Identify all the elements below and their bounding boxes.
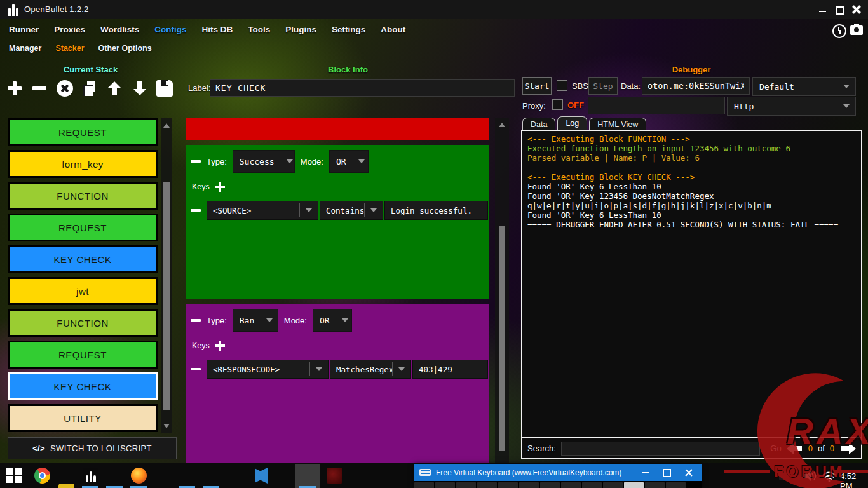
stack-block-request[interactable]: REQUEST [8, 214, 158, 241]
wifi-icon[interactable] [822, 471, 836, 482]
speaker-icon[interactable] [804, 470, 818, 482]
clock-time[interactable]: 4:52 PM [840, 471, 868, 488]
key-handle-icon[interactable] [191, 368, 201, 370]
menu-hitsdb[interactable]: Hits DB [202, 25, 233, 34]
keychain-failure[interactable] [186, 118, 489, 140]
block-info-scrollbar-thumb[interactable] [499, 226, 505, 451]
search-go-button[interactable]: Go [770, 444, 781, 453]
stack-block-utility[interactable]: UTILITY [8, 404, 158, 432]
menu-runner[interactable]: Runner [9, 25, 39, 34]
sbs-checkbox[interactable] [557, 80, 567, 91]
key-source-dropdown[interactable]: <RESPONSECODE> [207, 360, 329, 379]
key-term-field[interactable]: 403|429 [412, 360, 488, 379]
keychain-handle-icon[interactable] [191, 160, 201, 163]
stack-block-keycheck[interactable]: KEY CHECK [8, 245, 158, 273]
keychain-mode-value: OR [330, 157, 353, 166]
proxy-type-dropdown[interactable]: Http [727, 97, 856, 116]
stack-block-form-key[interactable]: form_key [8, 150, 158, 178]
dropdown-arrow-icon [370, 208, 377, 212]
log-line: <--- Executing Block FUNCTION ---> [527, 134, 856, 144]
scroll-up-icon[interactable] [163, 123, 170, 128]
key-handle-icon[interactable] [191, 209, 201, 212]
menu-configs[interactable]: Configs [154, 25, 186, 34]
stack-block-function[interactable]: FUNCTION [8, 182, 158, 210]
menu-plugins[interactable]: Plugins [285, 25, 316, 34]
scroll-down-icon[interactable] [163, 424, 170, 428]
next-match-icon[interactable] [839, 443, 856, 454]
add-key-icon[interactable] [215, 182, 225, 192]
stack-block-jwt[interactable]: jwt [8, 277, 158, 305]
minimize-button[interactable] [818, 5, 827, 14]
debugger-log[interactable]: <--- Executing Block FUNCTION ---> Execu… [522, 131, 861, 437]
tray-dim-icon[interactable] [779, 471, 789, 480]
keychain-handle-icon[interactable] [191, 319, 201, 322]
key-comparer-dropdown[interactable]: Contains [320, 201, 383, 220]
menu-wordlists[interactable]: Wordlists [100, 25, 139, 34]
keychain-mode-dropdown[interactable]: OR [313, 309, 352, 332]
proxy-input[interactable] [588, 97, 725, 114]
chrome-icon[interactable] [34, 468, 50, 484]
block-info-scrollbar[interactable] [495, 118, 509, 464]
free-virtual-keyboard-window: Free Virtual Keyboard (www.FreeVirtualKe… [414, 464, 702, 488]
menu-proxies[interactable]: Proxies [54, 25, 85, 34]
start-button[interactable]: Start [522, 77, 552, 95]
crax-game-icon[interactable] [327, 468, 342, 484]
maximize-button[interactable] [835, 5, 844, 14]
step-button[interactable]: Step [588, 77, 618, 95]
submenu-manager[interactable]: Manager [9, 44, 41, 53]
key-comparer-dropdown[interactable]: MatchesRegex [330, 360, 411, 379]
fvk-titlebar[interactable]: Free Virtual Keyboard (www.FreeVirtualKe… [414, 464, 702, 481]
keychain-mode-dropdown[interactable]: OR [329, 150, 369, 173]
stack-block-request[interactable]: REQUEST [8, 118, 158, 146]
data-caption: Data: [621, 81, 641, 91]
stack-block-request[interactable]: REQUEST [8, 341, 158, 369]
start-button-icon[interactable] [6, 468, 22, 484]
fvk-close-button[interactable] [685, 469, 693, 477]
save-config-icon[interactable] [156, 80, 173, 97]
keychain-ban: Type: Ban Mode: OR Keys <RESPONSECODE> [186, 304, 489, 464]
tab-html-view[interactable]: HTML View [589, 118, 646, 130]
dropdown-arrow-icon [266, 318, 273, 322]
openbullet-taskbar-icon[interactable] [83, 468, 98, 484]
add-key-icon[interactable] [215, 341, 225, 351]
stack-block-keycheck-selected[interactable]: KEY CHECK [8, 372, 158, 400]
screenshot-camera-icon[interactable] [850, 25, 863, 35]
speedrunners-icon[interactable] [58, 484, 74, 488]
submenu-stacker[interactable]: Stacker [55, 44, 84, 53]
move-up-icon[interactable] [106, 80, 123, 97]
tab-data[interactable]: Data [522, 118, 555, 130]
add-block-icon[interactable] [6, 80, 23, 97]
stack-block-function[interactable]: FUNCTION [8, 309, 158, 337]
tray-dim-icon[interactable] [793, 471, 803, 480]
stack-scrollbar[interactable] [161, 118, 172, 433]
move-down-icon[interactable] [132, 80, 148, 97]
firefox-icon[interactable] [131, 468, 147, 484]
submenu-other-options[interactable]: Other Options [98, 44, 152, 53]
clear-stack-icon[interactable] [57, 80, 73, 97]
clone-block-icon[interactable] [81, 80, 98, 97]
wordlist-type-dropdown[interactable]: Default [752, 77, 856, 96]
fvk-minimize-button[interactable] [642, 472, 649, 473]
fvk-key-row[interactable] [414, 481, 702, 488]
close-button[interactable] [852, 5, 861, 14]
keychain-type-dropdown[interactable]: Ban [233, 309, 278, 332]
tab-log[interactable]: Log [557, 116, 587, 130]
scroll-up-icon[interactable] [499, 123, 505, 127]
menu-tools[interactable]: Tools [248, 25, 270, 34]
history-icon[interactable] [832, 24, 846, 38]
switch-to-loliscript-button[interactable]: </> SWITCH TO LOLISCRIPT [8, 437, 177, 459]
menu-about[interactable]: About [381, 25, 405, 34]
proxy-checkbox[interactable] [552, 99, 563, 110]
remove-block-icon[interactable] [31, 80, 48, 97]
keychain-type-dropdown[interactable]: Success [233, 150, 295, 173]
switch-to-loliscript-label: SWITCH TO LOLISCRIPT [50, 444, 152, 453]
menu-settings[interactable]: Settings [332, 25, 365, 34]
fvk-maximize-button[interactable] [663, 469, 671, 477]
stack-scrollbar-thumb[interactable] [163, 182, 170, 410]
previous-match-icon[interactable] [787, 443, 803, 454]
log-search-input[interactable] [561, 442, 761, 456]
key-source-dropdown[interactable]: <SOURCE> [207, 201, 318, 220]
block-label-input[interactable] [210, 79, 515, 97]
key-term-field[interactable]: Login successful. [384, 201, 488, 220]
debugger-data-input[interactable] [642, 77, 750, 95]
